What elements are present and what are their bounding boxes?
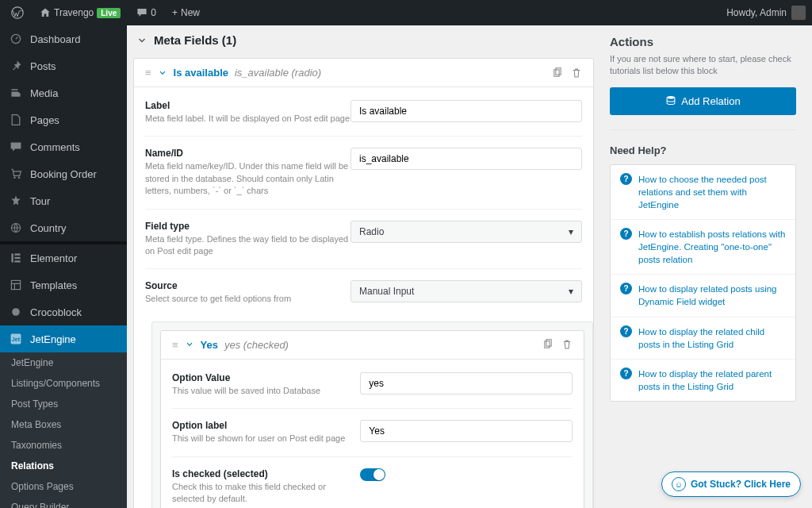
page-title: Meta Fields (1): [154, 33, 236, 47]
svg-point-2: [13, 177, 15, 179]
svg-rect-7: [14, 257, 20, 259]
live-badge: Live: [97, 8, 121, 18]
svg-text:Jet: Jet: [12, 336, 21, 343]
avatar[interactable]: [791, 6, 806, 20]
subitem-taxonomies[interactable]: Taxonomies: [0, 435, 127, 456]
option-value-input[interactable]: [360, 372, 573, 394]
svg-point-29: [667, 96, 675, 99]
sidebar-item-pages[interactable]: Pages: [0, 106, 127, 133]
tour-icon: [8, 193, 24, 209]
sidebar-item-elementor[interactable]: Elementor: [0, 244, 127, 271]
subitem-meta-boxes[interactable]: Meta Boxes: [0, 414, 127, 435]
svg-rect-6: [14, 253, 20, 255]
pin-icon: [8, 58, 24, 74]
sidebar-item-media[interactable]: Media: [0, 79, 127, 106]
subitem-query-builder[interactable]: Query Builder: [0, 497, 127, 508]
help-icon: ?: [620, 228, 632, 240]
copy-icon[interactable]: [552, 67, 563, 79]
sidebar-item-posts[interactable]: Posts: [0, 52, 127, 79]
actions-desc: If you are not sure where to start, plea…: [610, 53, 796, 78]
comment-icon: [8, 139, 24, 155]
jetengine-icon: Jet: [8, 331, 24, 347]
field-title: Is available: [174, 67, 228, 79]
subitem-jetengine[interactable]: JetEngine: [0, 352, 127, 373]
croco-icon: [8, 304, 24, 320]
delete-icon[interactable]: [571, 67, 582, 79]
templates-icon: [8, 277, 24, 293]
sidebar-item-comments[interactable]: Comments: [0, 133, 127, 160]
help-link[interactable]: ?How to display the related child posts …: [611, 317, 795, 359]
subitem-listings-components[interactable]: Listings/Components: [0, 373, 127, 394]
help-icon: ☺: [672, 477, 686, 491]
subitem-options-pages[interactable]: Options Pages: [0, 476, 127, 497]
option-card: ≡ Yes yes (checked) Option ValueThis val…: [160, 330, 584, 508]
globe-icon: [8, 220, 24, 236]
help-link[interactable]: ?How to display the related parent posts…: [611, 359, 795, 401]
howdy-user[interactable]: Howdy, Admin: [726, 7, 787, 18]
elementor-icon: [8, 250, 24, 266]
help-title: Need Help?: [610, 144, 796, 156]
chevron-down-icon[interactable]: [136, 35, 147, 46]
sidebar-item-dashboard[interactable]: Dashboard: [0, 25, 127, 52]
help-link[interactable]: ?How to display related posts using Dyna…: [611, 274, 795, 316]
new-content[interactable]: +New: [167, 0, 205, 25]
delete-icon[interactable]: [561, 339, 573, 350]
comments-count[interactable]: 0: [132, 0, 161, 25]
page-icon: [8, 112, 24, 128]
svg-rect-25: [545, 341, 550, 348]
sidebar-item-country[interactable]: Country: [0, 214, 127, 241]
subitem-relations[interactable]: Relations: [0, 456, 127, 476]
sidebar-item-crocoblock[interactable]: Crocoblock: [0, 298, 127, 325]
help-icon: ?: [620, 173, 632, 185]
option-label-input[interactable]: [360, 420, 573, 442]
svg-point-10: [12, 308, 20, 316]
subitem-post-types[interactable]: Post Types: [0, 394, 127, 414]
field-type-select[interactable]: Radio▾: [350, 221, 582, 243]
name-input[interactable]: [350, 148, 582, 170]
label-input[interactable]: [350, 100, 582, 122]
help-link[interactable]: ?How to establish posts relations with J…: [611, 219, 795, 274]
media-icon: [8, 85, 24, 101]
help-icon: ?: [620, 325, 632, 337]
got-stuck-button[interactable]: ☺ Got Stuck? Click Here: [661, 471, 801, 497]
option-title: Yes: [201, 339, 218, 351]
svg-rect-23: [554, 69, 559, 75]
source-select[interactable]: Manual Input▾: [350, 280, 582, 302]
site-name[interactable]: Travengo Live: [35, 0, 125, 25]
admin-sidebar: DashboardPostsMediaPagesCommentsBooking …: [0, 25, 127, 508]
svg-rect-5: [11, 253, 13, 262]
meta-field-card: ≡ Is available is_available (radio) Labe…: [133, 58, 594, 508]
chevron-down-icon[interactable]: [185, 340, 194, 349]
svg-rect-26: [546, 340, 551, 346]
sidebar-item-tour[interactable]: Tour: [0, 187, 127, 214]
chevron-down-icon: ▾: [569, 286, 573, 297]
database-icon: [665, 95, 676, 106]
sidebar-item-templates[interactable]: Templates: [0, 271, 127, 298]
svg-rect-9: [11, 280, 20, 289]
chevron-down-icon[interactable]: [158, 68, 167, 78]
add-relation-button[interactable]: Add Relation: [610, 87, 796, 115]
help-icon: ?: [620, 283, 632, 294]
wp-logo[interactable]: [6, 0, 29, 25]
dashboard-icon: [8, 31, 24, 47]
svg-rect-8: [14, 260, 20, 262]
actions-title: Actions: [610, 35, 796, 48]
help-icon: ?: [620, 368, 632, 379]
sidebar-item-booking-order[interactable]: Booking Order: [0, 160, 127, 187]
help-link[interactable]: ?How to choose the needed post relations…: [611, 165, 795, 219]
is-checked-toggle[interactable]: [360, 468, 385, 481]
sidebar-item-jetengine[interactable]: Jet JetEngine: [0, 325, 127, 352]
svg-point-3: [18, 177, 20, 179]
option-slug: yes (checked): [224, 339, 289, 351]
drag-handle-icon[interactable]: ≡: [172, 339, 178, 351]
copy-icon[interactable]: [542, 339, 553, 350]
chevron-down-icon: ▾: [569, 226, 573, 237]
cart-icon: [8, 166, 24, 182]
meta-fields-header: Meta Fields (1): [133, 25, 594, 58]
drag-handle-icon[interactable]: ≡: [145, 67, 151, 79]
admin-topbar: Travengo Live 0 +New Howdy, Admin: [0, 0, 812, 25]
field-slug: is_available (radio): [235, 67, 321, 79]
svg-rect-24: [556, 67, 561, 74]
